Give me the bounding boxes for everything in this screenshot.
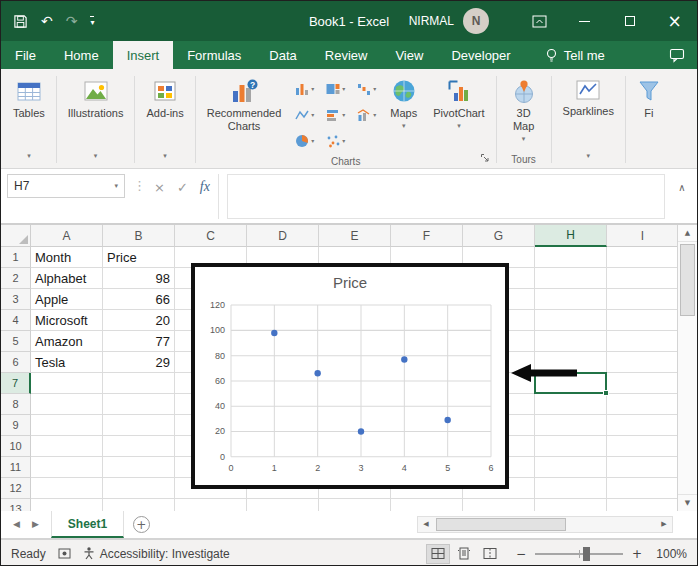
next-sheet-button[interactable]: ▶: [32, 520, 39, 529]
insert-column-chart-button[interactable]: ▾: [289, 76, 320, 102]
cell-B1[interactable]: Price: [103, 247, 175, 268]
cell-H1[interactable]: [535, 247, 607, 268]
insert-line-chart-button[interactable]: ▾: [289, 102, 320, 128]
row-header-10[interactable]: 10: [1, 436, 31, 457]
insert-waterfall-chart-button[interactable]: ▾: [351, 76, 382, 102]
zoom-in-button[interactable]: +: [632, 548, 642, 560]
column-header-B[interactable]: B: [103, 225, 175, 247]
expand-formula-bar-button[interactable]: ∧: [673, 174, 691, 193]
column-header-G[interactable]: G: [463, 225, 535, 247]
insert-pie-chart-button[interactable]: ▾: [289, 128, 320, 154]
row-header-3[interactable]: 3: [1, 289, 31, 310]
vertical-scrollbar-thumb[interactable]: [680, 244, 695, 316]
row-header-5[interactable]: 5: [1, 331, 31, 352]
cell-B6[interactable]: 29: [103, 352, 175, 373]
cell-B4[interactable]: 20: [103, 310, 175, 331]
scroll-left-button[interactable]: ◀: [418, 517, 434, 532]
cell-A4[interactable]: Microsoft: [31, 310, 103, 331]
cell-B12[interactable]: [103, 478, 175, 499]
tab-formulas[interactable]: Formulas: [173, 41, 255, 69]
row-header-4[interactable]: 4: [1, 310, 31, 331]
horizontal-scrollbar[interactable]: ◀ ▶: [417, 516, 673, 533]
sparklines-button[interactable]: Sparklines ▾: [555, 71, 622, 168]
row-header-1[interactable]: 1: [1, 247, 31, 268]
cell-H10[interactable]: [535, 436, 607, 457]
page-layout-view-button[interactable]: [452, 544, 476, 564]
insert-bar-chart-button[interactable]: ▾: [320, 102, 351, 128]
normal-view-button[interactable]: [426, 544, 450, 564]
column-header-E[interactable]: E: [319, 225, 391, 247]
cell-H12[interactable]: [535, 478, 607, 499]
cell-F13[interactable]: [391, 499, 463, 511]
cell-I13[interactable]: [607, 499, 677, 511]
embedded-chart-plot[interactable]: 0204060801001200123456: [195, 295, 505, 485]
tab-data[interactable]: Data: [255, 41, 310, 69]
filters-button[interactable]: Fi: [629, 71, 669, 168]
cell-A3[interactable]: Apple: [31, 289, 103, 310]
insert-combo-chart-button[interactable]: ▾: [351, 102, 382, 128]
maps-button[interactable]: Maps ▾: [382, 71, 425, 154]
scroll-down-button[interactable]: ▼: [678, 494, 697, 511]
cell-H9[interactable]: [535, 415, 607, 436]
tab-file[interactable]: File: [1, 41, 50, 69]
save-button[interactable]: [13, 14, 28, 29]
cell-A6[interactable]: Tesla: [31, 352, 103, 373]
cell-H4[interactable]: [535, 310, 607, 331]
accessibility-status[interactable]: Accessibility: Investigate: [83, 547, 230, 561]
cell-H8[interactable]: [535, 394, 607, 415]
page-break-view-button[interactable]: [478, 544, 502, 564]
cell-B3[interactable]: 66: [103, 289, 175, 310]
zoom-slider-track[interactable]: [535, 553, 623, 555]
cell-H13[interactable]: [535, 499, 607, 511]
cell-E13[interactable]: [319, 499, 391, 511]
cell-A8[interactable]: [31, 394, 103, 415]
cell-H3[interactable]: [535, 289, 607, 310]
cell-I11[interactable]: [607, 457, 677, 478]
charts-dialog-launcher[interactable]: [480, 153, 490, 165]
cell-H5[interactable]: [535, 331, 607, 352]
cell-B8[interactable]: [103, 394, 175, 415]
column-header-F[interactable]: F: [391, 225, 463, 247]
insert-function-button[interactable]: fx: [200, 179, 210, 195]
pivotchart-button[interactable]: PivotChart ▾: [425, 71, 492, 154]
tab-home[interactable]: Home: [50, 41, 113, 69]
cell-B5[interactable]: 77: [103, 331, 175, 352]
cell-I12[interactable]: [607, 478, 677, 499]
map-3d-button[interactable]: 3D Map ▾: [500, 71, 548, 151]
cell-C13[interactable]: [175, 499, 247, 511]
customize-quick-access-button[interactable]: ▾: [90, 16, 94, 27]
select-all-corner[interactable]: [1, 225, 31, 247]
account-area[interactable]: NIRMAL N: [409, 1, 489, 41]
row-header-12[interactable]: 12: [1, 478, 31, 499]
cell-A5[interactable]: Amazon: [31, 331, 103, 352]
tab-developer[interactable]: Developer: [437, 41, 524, 69]
cell-I1[interactable]: [607, 247, 677, 268]
scroll-up-button[interactable]: ▲: [678, 225, 697, 242]
row-header-2[interactable]: 2: [1, 268, 31, 289]
embedded-chart[interactable]: Price 0204060801001200123456: [191, 263, 509, 489]
cell-A12[interactable]: [31, 478, 103, 499]
cell-A9[interactable]: [31, 415, 103, 436]
tab-insert[interactable]: Insert: [113, 41, 174, 69]
vertical-scrollbar[interactable]: ▲ ▼: [677, 225, 697, 511]
undo-button[interactable]: ↶: [41, 14, 53, 28]
cell-A7[interactable]: [31, 373, 103, 394]
recommended-charts-button[interactable]: ? Recommended Charts: [199, 71, 290, 154]
cancel-button[interactable]: ×: [154, 181, 165, 194]
zoom-out-button[interactable]: −: [516, 548, 526, 560]
maximize-button[interactable]: [607, 1, 652, 41]
cell-A1[interactable]: Month: [31, 247, 103, 268]
cell-I6[interactable]: [607, 352, 677, 373]
new-sheet-button[interactable]: +: [124, 511, 158, 538]
cell-A13[interactable]: [31, 499, 103, 511]
row-header-6[interactable]: 6: [1, 352, 31, 373]
tab-review[interactable]: Review: [311, 41, 382, 69]
comments-button[interactable]: [669, 41, 685, 69]
cell-D13[interactable]: [247, 499, 319, 511]
row-header-9[interactable]: 9: [1, 415, 31, 436]
insert-scatter-chart-button[interactable]: ▾: [320, 128, 351, 154]
column-header-H[interactable]: H: [535, 225, 607, 247]
name-box[interactable]: H7 ▾: [7, 174, 125, 198]
sheet-tab-sheet1[interactable]: Sheet1: [51, 511, 124, 538]
cell-I10[interactable]: [607, 436, 677, 457]
